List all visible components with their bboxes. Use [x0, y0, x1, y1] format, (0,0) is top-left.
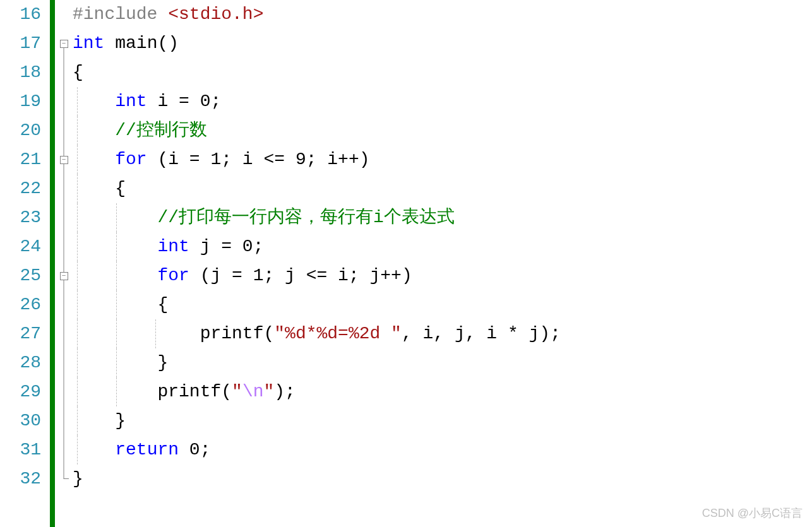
code-line-28[interactable]: } [73, 348, 812, 377]
type-token: int [73, 33, 104, 53]
watermark-text: CSDN @小易C语言 [702, 506, 803, 521]
line-number-gutter: 16 17 18 19 20 21 22 23 24 25 26 27 28 2… [0, 0, 47, 527]
fold-toggle-icon[interactable]: − [60, 272, 68, 280]
code-line-18[interactable]: { [73, 58, 812, 87]
comment-token: //控制行数 [115, 121, 207, 140]
code-editor: 16 17 18 19 20 21 22 23 24 25 26 27 28 2… [0, 0, 812, 527]
type-token: int [115, 92, 146, 111]
line-number[interactable]: 25 [0, 261, 41, 290]
keyword-token: for [115, 150, 146, 169]
code-text: (i = 1; i <= 9; i++) [147, 150, 370, 169]
fold-cell [55, 0, 73, 29]
change-indicator-bar [50, 0, 55, 527]
fold-toggle-icon[interactable]: − [60, 40, 68, 48]
brace-token: } [157, 353, 168, 372]
line-number[interactable]: 19 [0, 87, 41, 116]
line-number[interactable]: 29 [0, 377, 41, 406]
string-token: "%d*%d=%2d " [274, 324, 402, 343]
line-number[interactable]: 23 [0, 203, 41, 232]
line-number[interactable]: 17 [0, 29, 41, 58]
escape-token: \n [242, 382, 264, 401]
code-line-26[interactable]: { [73, 290, 812, 319]
brace-token: { [115, 179, 126, 198]
include-path-token: <stdio.h> [168, 4, 263, 24]
code-line-22[interactable]: { [73, 174, 812, 203]
line-number[interactable]: 22 [0, 174, 41, 203]
paren-token: () [157, 33, 179, 53]
code-text: i = 0; [147, 92, 222, 111]
code-line-23[interactable]: //打印每一行内容，每行有i个表达式 [73, 203, 812, 232]
string-token: " [263, 382, 274, 401]
code-line-27[interactable]: printf("%d*%d=%2d ", i, j, i * j); [73, 319, 812, 348]
line-number[interactable]: 32 [0, 465, 41, 494]
code-line-17[interactable]: int main() [73, 29, 812, 58]
code-line-30[interactable]: } [73, 406, 812, 435]
brace-token: } [115, 411, 126, 430]
function-call-token: printf [200, 324, 264, 343]
keyword-token: return [115, 440, 179, 459]
code-text: , i, j, i * j); [402, 324, 561, 343]
type-token: int [157, 237, 189, 256]
line-number[interactable]: 18 [0, 58, 41, 87]
line-number[interactable]: 24 [0, 232, 41, 261]
code-text: ); [274, 382, 296, 401]
preprocessor-token: #include [73, 4, 168, 24]
line-number[interactable]: 16 [0, 0, 41, 29]
line-number[interactable]: 31 [0, 435, 41, 465]
brace-token: } [73, 469, 83, 489]
line-number[interactable]: 30 [0, 406, 41, 435]
brace-token: { [73, 62, 83, 82]
code-text: 0; [179, 440, 210, 459]
code-line-31[interactable]: return 0; [73, 435, 812, 465]
fold-cell: − [55, 261, 73, 290]
string-token: " [232, 382, 242, 401]
brace-token: { [157, 295, 168, 314]
line-number[interactable]: 21 [0, 145, 41, 174]
line-number[interactable]: 20 [0, 116, 41, 145]
fold-cell: − [55, 145, 73, 174]
keyword-token: for [157, 266, 189, 285]
function-call-token: printf [157, 382, 221, 401]
fold-cell: − [55, 29, 73, 58]
line-number[interactable]: 27 [0, 319, 41, 348]
line-number[interactable]: 26 [0, 290, 41, 319]
line-number[interactable]: 28 [0, 348, 41, 377]
fold-cell [55, 465, 73, 494]
code-line-16[interactable]: #include <stdio.h> [73, 0, 812, 29]
code-line-25[interactable]: for (j = 1; j <= i; j++) [73, 261, 812, 290]
code-line-24[interactable]: int j = 0; [73, 232, 812, 261]
fold-toggle-icon[interactable]: − [60, 156, 68, 164]
code-line-29[interactable]: printf("\n"); [73, 377, 812, 406]
code-text: j = 0; [189, 237, 264, 256]
code-line-20[interactable]: //控制行数 [73, 116, 812, 145]
function-name-token: main [104, 33, 157, 53]
code-line-21[interactable]: for (i = 1; i <= 9; i++) [73, 145, 812, 174]
code-line-32[interactable]: } [73, 465, 812, 494]
comment-token: //打印每一行内容，每行有i个表达式 [157, 208, 454, 227]
fold-column: − − − [55, 0, 73, 527]
code-area[interactable]: #include <stdio.h> int main() { int i = … [73, 0, 812, 527]
code-text: (j = 1; j <= i; j++) [189, 266, 412, 285]
code-line-19[interactable]: int i = 0; [73, 87, 812, 116]
